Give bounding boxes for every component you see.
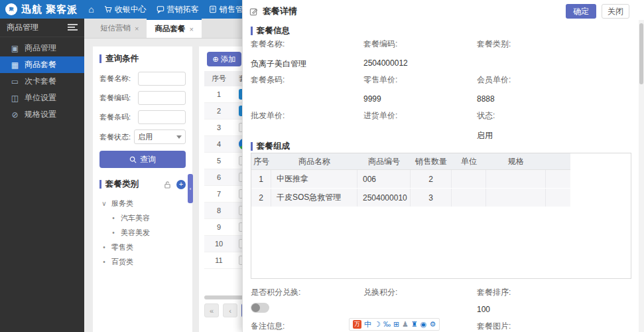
package-sort-value: 100 [477,305,490,314]
document-icon [209,5,217,13]
product-icon: ▣ [11,44,19,53]
row-index: 7 [204,190,233,198]
tab-sms-marketing[interactable]: 短信营销 × [92,19,147,38]
package-category-field: 套餐类别: [477,39,624,74]
package-barcode-input[interactable] [138,110,186,124]
edit-icon [249,7,258,16]
gear-icon[interactable]: ⚙ [429,321,436,328]
lock-icon[interactable] [164,181,171,189]
category-section-header: 套餐类别 + [99,179,186,190]
member-price-field: 会员单价:8888 [477,74,624,110]
table-row[interactable]: 1 中医推拿 006 2 [251,170,570,189]
vertical-scrollbar[interactable] [639,20,644,332]
unit-icon: ◫ [11,94,19,103]
logo-text: 迅航 聚客派 [21,3,78,16]
row-index: 6 [204,173,233,181]
remark-label: 备注信息: [251,321,285,332]
row-index: 9 [204,223,233,231]
package-info-section-title: 套餐信息 [251,25,290,37]
package-barcode-field: 套餐条码: [251,74,363,110]
chevron-down-icon [176,135,182,139]
row-index: 10 [204,240,233,248]
status-field: 状态:启用 [477,110,624,146]
sidebar-header: 商品管理 [0,19,84,37]
sidebar-item-unit-settings[interactable]: ◫ 单位设置 [0,90,84,106]
row-index: 3 [204,124,233,131]
package-status-filter: 套餐状态: 启用 [99,129,186,144]
table-icon[interactable]: ⊞ [393,321,399,328]
bullet-icon: • [110,229,117,236]
person-icon[interactable]: ♟ [402,321,409,328]
app-window: 聚 迅航 聚客派 ⌂ 收银中心 营销拓客 销售管理 进 [0,0,644,332]
points-exchange-label: 是否积分兑换: [251,287,300,298]
package-detail-panel: 套餐详情 确定 关闭 套餐信息 套餐名称:负离子美白管理 套餐编码:250400… [242,0,644,332]
query-section-title: 查询条件 [99,53,186,64]
close-button[interactable]: 关闭 [602,4,629,19]
prev-page-button[interactable]: ‹ [223,303,237,317]
scrollbar-thumb[interactable] [639,23,643,84]
package-info-grid: 套餐名称:负离子美白管理 套餐编码:2504000012 套餐类别: 套餐条码:… [251,39,624,146]
category-node-services[interactable]: ∨ 服务类 [99,196,186,210]
globe-icon[interactable]: ◉ [420,321,427,328]
composition-table: 序号 商品名称 商品编号 销售数量 单位 规格 1 中医推拿 006 2 2 干… [251,153,631,279]
row-index: 5 [204,157,233,165]
package-name-field: 套餐名称:负离子美白管理 [251,39,363,74]
first-page-button[interactable]: « [204,303,219,317]
close-icon[interactable]: × [135,25,139,33]
chevron-down-icon[interactable]: ∨ [101,200,107,207]
category-node-retail[interactable]: • 零售类 [99,240,186,254]
sidebar: 商品管理 ▣ 商品管理 ▦ 商品套餐 ▭ 次卡套餐 ◫ 单位设置 ⊘ 规格设置 [0,19,84,332]
plus-circle-icon: ⊕ [212,54,219,64]
row-index: 11 [204,256,233,264]
exchange-points-label: 兑换积分: [363,287,397,298]
chinese-char-icon[interactable]: 中 [364,321,371,328]
detail-title: 套餐详情 [263,5,297,17]
retail-price-field: 零售单价:9999 [363,74,477,110]
detail-header: 套餐详情 确定 关闭 [243,0,644,23]
cart-icon [104,5,112,13]
permille-icon[interactable]: ‰ [383,321,391,328]
row-index: 4 [204,140,233,148]
bullet-icon: • [101,244,107,251]
confirm-button[interactable]: 确定 [566,4,596,19]
status-select[interactable]: 启用 [134,129,186,144]
panel-collapse-handle[interactable]: ‹ [188,174,193,203]
sidebar-item-spec-settings[interactable]: ⊘ 规格设置 [0,106,84,123]
collapse-menu-icon[interactable] [68,24,78,31]
composition-section-title: 套餐组成 [251,141,290,152]
sidebar-title: 商品管理 [7,22,38,33]
composition-table-header: 序号 商品名称 商品编号 销售数量 单位 规格 [251,153,570,170]
package-name-input[interactable] [138,72,186,86]
chat-icon [157,5,164,13]
package-code-input[interactable] [138,91,186,105]
row-index: 8 [204,207,233,214]
logo-icon: 聚 [5,3,17,15]
category-node-car-beauty[interactable]: • 汽车美容 [99,210,186,225]
close-icon[interactable]: × [189,25,193,33]
add-package-button[interactable]: ⊕ 添加 [207,52,241,66]
sidebar-item-times-card-package[interactable]: ▭ 次卡套餐 [0,73,84,90]
shirt-icon[interactable]: ♜ [411,321,418,328]
search-button[interactable]: 查询 [99,151,186,168]
table-row[interactable]: 2 干皮SOS急救管理 2504000010 3 [251,189,570,207]
package-code-field: 套餐编码:2504000012 [363,39,477,74]
nav-item-cashier[interactable]: 收银中心 [104,4,147,15]
home-icon[interactable]: ⌂ [88,5,94,14]
sidebar-item-product-management[interactable]: ▣ 商品管理 [0,40,84,56]
category-node-beauty-hair[interactable]: • 美容美发 [99,225,186,240]
moon-icon[interactable]: ☽ [374,321,381,328]
app-logo: 聚 迅航 聚客派 [0,3,78,16]
package-name-filter: 套餐名称: [99,72,186,86]
category-node-department[interactable]: • 百货类 [99,254,186,269]
wan-icon[interactable]: 万 [353,320,361,329]
points-exchange-toggle[interactable] [251,303,269,313]
query-panel: 查询条件 套餐名称: 套餐编码: 套餐条码: 套餐状态: 启用 [93,46,192,332]
bullet-icon: • [110,214,117,222]
tab-product-package[interactable]: 商品套餐 × [147,19,201,38]
nav-item-marketing[interactable]: 营销拓客 [157,4,199,15]
bullet-icon: • [101,258,107,266]
row-index: 2 [204,107,233,115]
sidebar-menu: ▣ 商品管理 ▦ 商品套餐 ▭ 次卡套餐 ◫ 单位设置 ⊘ 规格设置 [0,40,84,123]
add-category-icon[interactable]: + [176,180,186,189]
sidebar-item-product-package[interactable]: ▦ 商品套餐 [0,56,84,73]
